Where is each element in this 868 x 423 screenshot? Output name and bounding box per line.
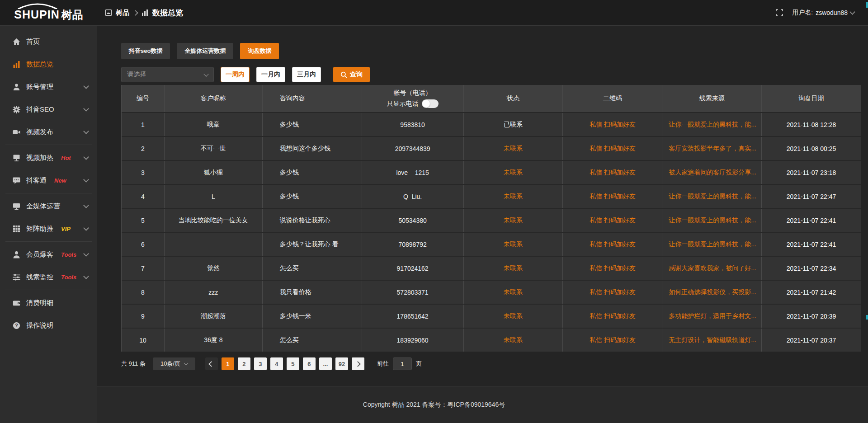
sidebar-item-matrix-boost[interactable]: 矩阵助推 VIP — [0, 217, 97, 240]
row-qrcode-links[interactable]: 私信 扫码加好友 — [563, 185, 662, 208]
page-button-2[interactable]: 2 — [238, 357, 250, 370]
gear-icon — [13, 106, 20, 113]
row-source-link[interactable]: 客厅安装投影半年多了，真实... — [662, 137, 762, 160]
period-one-month-button[interactable]: 一月内 — [256, 67, 285, 82]
sidebar-item-video-heating[interactable]: 视频加热 Hot — [0, 146, 97, 169]
user-area: 用户名: zswodun88 — [776, 9, 868, 17]
sidebar-item-account-management[interactable]: 账号管理 — [0, 75, 97, 98]
row-nickname: 潮起潮落 — [165, 305, 263, 328]
sidebar-item-label: 账号管理 — [26, 83, 53, 91]
sidebar-item-expense-details[interactable]: 消费明细 — [0, 291, 97, 314]
row-no: 3 — [122, 161, 165, 184]
period-three-months-button[interactable]: 三月内 — [292, 67, 321, 82]
sidebar-item-omnimedia-operation[interactable]: 全媒体运营 — [0, 195, 97, 217]
row-qrcode-links[interactable]: 私信 扫码加好友 — [563, 113, 662, 136]
bar-chart-icon — [142, 9, 148, 16]
row-qrcode-links[interactable]: 私信 扫码加好友 — [563, 233, 662, 256]
row-source-link[interactable]: 让你一眼就爱上的黑科技，能... — [662, 113, 762, 136]
sidebar-item-member-burst[interactable]: 会员爆客 Tools — [0, 243, 97, 266]
chevron-down-icon — [203, 71, 208, 76]
row-no: 10 — [122, 329, 165, 352]
chevron-down-icon — [83, 177, 89, 183]
row-status: 已联系 — [464, 113, 563, 136]
row-qrcode-links[interactable]: 私信 扫码加好友 — [563, 137, 662, 160]
page-button-6[interactable]: 6 — [303, 357, 316, 370]
fullscreen-icon[interactable] — [776, 9, 783, 16]
row-qrcode-links[interactable]: 私信 扫码加好友 — [563, 281, 662, 304]
row-source-link[interactable]: 被大家追着问的客厅投影分享... — [662, 161, 762, 184]
screen-icon — [13, 154, 20, 162]
page-button-5[interactable]: 5 — [287, 357, 299, 370]
row-date: 2021-11-07 22:41 — [762, 209, 861, 232]
next-page-button[interactable] — [352, 357, 364, 370]
page-ellipsis-button[interactable]: ... — [319, 357, 332, 370]
tab-inquiry-data[interactable]: 询盘数据 — [240, 43, 279, 59]
total-count: 共 911 条 — [121, 360, 146, 368]
phone-only-toggle-label: 只显示电话 — [387, 100, 419, 108]
column-header-status: 状态 — [464, 85, 563, 112]
page-button-92[interactable]: 92 — [335, 357, 348, 370]
table-row: 1 哦章 多少钱 9583810 已联系 私信 扫码加好友 让你一眼就爱上的黑科… — [122, 112, 861, 136]
row-inquiry: 我想问这个多少钱 — [263, 137, 362, 160]
sidebar-item-video-publish[interactable]: 视频发布 — [0, 121, 97, 143]
column-header-account: 帐号（电话） 只显示电话 — [362, 85, 464, 112]
search-button-label: 查询 — [350, 70, 363, 79]
phone-only-toggle[interactable] — [422, 99, 439, 108]
page-button-3[interactable]: 3 — [254, 357, 267, 370]
row-account: Q_Liu. — [362, 185, 464, 208]
page-size-select[interactable]: 10条/页 — [153, 357, 195, 370]
sidebar-item-data-overview[interactable]: 数据总览 — [0, 53, 97, 75]
row-source-link[interactable]: 无主灯设计，智能磁吸轨道灯... — [662, 329, 762, 352]
row-account: 70898792 — [362, 233, 464, 256]
row-qrcode-links[interactable]: 私信 扫码加好友 — [563, 329, 662, 352]
new-badge: New — [54, 177, 66, 184]
row-qrcode-links[interactable]: 私信 扫码加好友 — [563, 161, 662, 184]
row-inquiry: 多少钱 — [263, 113, 362, 136]
row-source-link[interactable]: 让你一眼就爱上的黑科技，能... — [662, 209, 762, 232]
row-date: 2021-11-07 22:41 — [762, 233, 861, 256]
page-footer: Copyright 树品 2021 备案号：粤ICP备09019646号 — [0, 386, 868, 423]
sidebar-item-douyin-seo[interactable]: 抖音SEO — [0, 98, 97, 121]
row-nickname: L — [165, 185, 263, 208]
row-source-link[interactable]: 让你一眼就爱上的黑科技，能... — [662, 233, 762, 256]
row-nickname: 狐小狸 — [165, 161, 263, 184]
search-button[interactable]: 查询 — [333, 67, 370, 82]
user-menu[interactable]: 用户名: zswodun88 — [792, 9, 854, 17]
row-qrcode-links[interactable]: 私信 扫码加好友 — [563, 257, 662, 280]
person-icon — [13, 251, 20, 258]
table-row: 6 多少钱？让我死心 看 70898792 未联系 私信 扫码加好友 让你一眼就… — [122, 232, 861, 256]
sidebar-item-home[interactable]: 首页 — [0, 30, 97, 53]
table-row: 5 当地比较能吃的一位美女 说说价格让我死心 50534380 未联系 私信 扫… — [122, 208, 861, 232]
breadcrumb-root[interactable]: 树品 — [116, 9, 129, 17]
chevron-down-icon — [83, 128, 89, 134]
row-source-link[interactable]: 让你一眼就爱上的黑科技，能... — [662, 185, 762, 208]
row-inquiry: 多少钱 — [263, 161, 362, 184]
sidebar-item-douketong[interactable]: 抖客通 New — [0, 169, 97, 192]
sidebar-item-label: 抖客通 — [26, 176, 47, 185]
period-one-week-button[interactable]: 一周内 — [221, 67, 250, 82]
hot-badge: Hot — [61, 155, 71, 161]
app-window: SHUPIN 树品 树品 数据总览 用户名: zswodun88 首页 — [0, 0, 868, 423]
prev-page-button[interactable] — [205, 357, 218, 370]
row-no: 6 — [122, 233, 165, 256]
row-qrcode-links[interactable]: 私信 扫码加好友 — [563, 305, 662, 328]
sidebar-item-label: 视频发布 — [26, 128, 53, 136]
goto-page-input[interactable] — [393, 357, 412, 370]
row-source-link[interactable]: 多功能护栏灯，适用于乡村文... — [662, 305, 762, 328]
sidebar-item-label: 矩阵助推 — [26, 225, 53, 233]
page-button-4[interactable]: 4 — [270, 357, 283, 370]
sidebar-item-lead-monitoring[interactable]: 线索监控 Tools — [0, 266, 97, 288]
row-source-link[interactable]: 感谢大家喜欢我家，被问了好... — [662, 257, 762, 280]
row-no: 8 — [122, 281, 165, 304]
page-button-1[interactable]: 1 — [222, 357, 234, 370]
tab-omnimedia-data[interactable]: 全媒体运营数据 — [177, 43, 233, 59]
chevron-down-icon — [83, 154, 89, 160]
sidebar-item-label: 视频加热 — [26, 154, 53, 162]
account-select[interactable]: 请选择 — [121, 67, 214, 82]
column-header-date: 询盘日期 — [762, 85, 861, 112]
tab-douyin-seo-data[interactable]: 抖音seo数据 — [121, 43, 170, 59]
sidebar-item-instructions[interactable]: ? 操作说明 — [0, 314, 97, 337]
row-source-link[interactable]: 如何正确选择投影仪，买投影... — [662, 281, 762, 304]
row-date: 2021-11-07 23:18 — [762, 161, 861, 184]
row-qrcode-links[interactable]: 私信 扫码加好友 — [563, 209, 662, 232]
